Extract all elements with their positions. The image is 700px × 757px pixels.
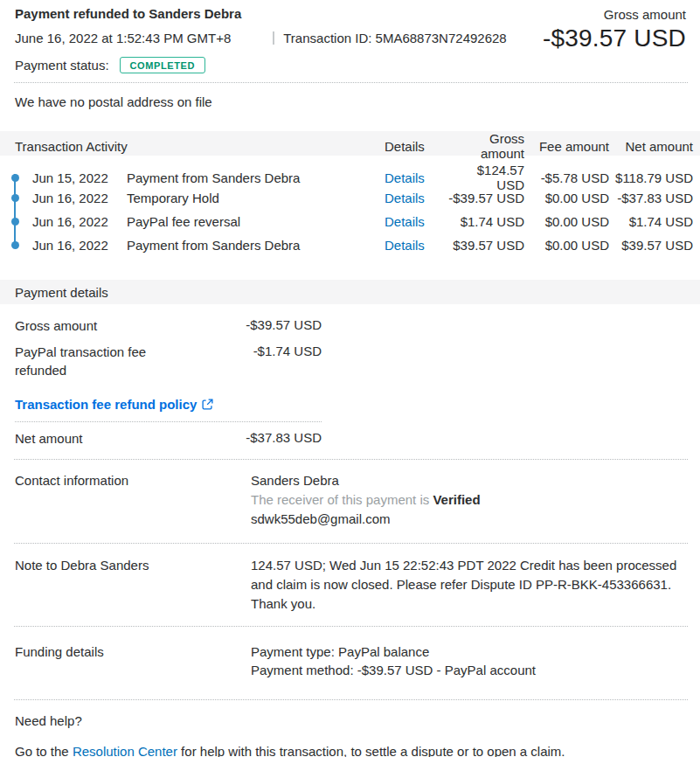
payment-status-label: Payment status: <box>15 58 109 73</box>
contact-section: Contact information Sanders Debra The re… <box>0 471 700 528</box>
table-row: Jun 16, 2022 Temporary Hold Details -$39… <box>0 186 700 210</box>
row-date: Jun 16, 2022 <box>32 214 127 229</box>
note-text: 124.57 USD; Wed Jun 15 22:52:43 PDT 2022… <box>251 556 686 613</box>
row-gross: $1.74 USD <box>446 214 524 229</box>
row-fee: -$5.78 USD <box>524 170 609 185</box>
need-help-title: Need help? <box>0 700 700 728</box>
gross-label: Gross amount <box>15 317 97 335</box>
table-row: Jun 16, 2022 Payment from Sanders Debra … <box>0 233 700 257</box>
row-net: $1.74 USD <box>609 214 693 229</box>
help-pre: Go to the <box>15 744 73 757</box>
row-description: PayPal fee reversal <box>127 214 385 229</box>
row-gross: $124.57 USD <box>446 163 524 192</box>
row-fee: $0.00 USD <box>524 214 609 229</box>
header-left: Payment refunded to Sanders Debra June 1… <box>15 6 507 73</box>
funding-label: Funding details <box>15 642 251 681</box>
column-header-gross: Gross amount <box>446 131 524 161</box>
row-date: Jun 16, 2022 <box>32 238 127 253</box>
row-description: Temporary Hold <box>127 191 385 205</box>
help-text: Go to the Resolution Center for help wit… <box>0 728 700 757</box>
funding-values: Payment type: PayPal balance Payment met… <box>251 642 686 681</box>
header-right: Gross amount -$39.57 USD <box>543 6 686 73</box>
row-description: Payment from Sanders Debra <box>127 170 385 185</box>
status-badge: COMPLETED <box>120 57 205 73</box>
help-post: for help with this transaction, to settl… <box>177 744 565 757</box>
row-fee: $0.00 USD <box>524 191 609 205</box>
page-title: Payment refunded to Sanders Debra <box>15 6 507 21</box>
receiver-line: The receiver of this payment is Verified <box>251 490 686 510</box>
gross-amount-label: Gross amount <box>543 7 686 22</box>
payment-details-header: Payment details <box>0 280 700 304</box>
timeline-dot <box>11 174 19 182</box>
contact-name: Sanders Debra <box>251 471 686 490</box>
table-row: Jun 15, 2022 Payment from Sanders Debra … <box>0 163 700 186</box>
external-link-icon <box>202 399 213 410</box>
vertical-divider <box>273 31 274 45</box>
timeline-line <box>14 174 16 245</box>
timeline-dot <box>11 241 19 249</box>
table-row: Jun 16, 2022 PayPal fee reversal Details… <box>0 210 700 233</box>
fee-label: PayPal transaction fee refunded <box>15 344 172 379</box>
net-value: -$37.83 USD <box>246 430 322 448</box>
net-label: Net amount <box>15 430 83 448</box>
row-date: Jun 16, 2022 <box>32 191 127 205</box>
details-link[interactable]: Details <box>385 238 446 253</box>
row-net: $118.79 USD <box>609 170 693 185</box>
postal-address-note: We have no postal address on file <box>0 83 700 131</box>
fee-refund-policy-link[interactable]: Transaction fee refund policy <box>15 397 213 412</box>
divider <box>14 626 688 627</box>
receiver-text: The receiver of this payment is <box>251 492 433 507</box>
divider <box>14 459 688 460</box>
activity-title: Transaction Activity <box>0 139 385 154</box>
transaction-date: June 16, 2022 at 1:52:43 PM GMT+8 <box>15 31 231 45</box>
row-net: $39.57 USD <box>609 238 693 253</box>
contact-label: Contact information <box>15 471 251 528</box>
note-section: Note to Debra Sanders 124.57 USD; Wed Ju… <box>0 556 700 613</box>
note-label: Note to Debra Sanders <box>15 556 251 613</box>
resolution-center-link[interactable]: Resolution Center <box>73 744 177 757</box>
fee-refunded-row: PayPal transaction fee refunded -$1.74 U… <box>0 344 322 379</box>
funding-section: Funding details Payment type: PayPal bal… <box>0 642 700 681</box>
gross-amount-value: -$39.57 USD <box>543 24 686 52</box>
details-link[interactable]: Details <box>385 214 446 229</box>
contact-values: Sanders Debra The receiver of this payme… <box>251 471 686 528</box>
header: Payment refunded to Sanders Debra June 1… <box>0 0 700 82</box>
row-fee: $0.00 USD <box>524 238 609 253</box>
timeline-dot <box>11 218 19 226</box>
details-link[interactable]: Details <box>385 170 446 185</box>
column-header-fee: Fee amount <box>524 139 609 154</box>
contact-email: sdwk55deb@gmail.com <box>251 510 686 529</box>
activity-rows: Jun 15, 2022 Payment from Sanders Debra … <box>0 163 700 257</box>
fee-value: -$1.74 USD <box>253 344 322 379</box>
transaction-id: Transaction ID: 5MA68873N72492628 <box>283 31 506 45</box>
gross-value: -$39.57 USD <box>246 317 322 335</box>
timeline-dot <box>11 194 19 202</box>
details-link[interactable]: Details <box>385 191 446 205</box>
divider <box>15 421 322 422</box>
row-description: Payment from Sanders Debra <box>127 238 385 253</box>
divider <box>14 543 688 544</box>
date-line: June 16, 2022 at 1:52:43 PM GMT+8 Transa… <box>15 31 507 45</box>
net-amount-row: Net amount -$37.83 USD <box>0 430 322 448</box>
receiver-status: Verified <box>433 492 480 507</box>
row-net: -$37.83 USD <box>609 191 693 205</box>
payment-type: Payment type: PayPal balance <box>251 642 686 662</box>
gross-amount-row: Gross amount -$39.57 USD <box>0 317 322 335</box>
row-gross: $39.57 USD <box>446 238 524 253</box>
fee-refund-policy-label: Transaction fee refund policy <box>15 397 197 412</box>
payment-details-title: Payment details <box>15 285 108 300</box>
row-date: Jun 15, 2022 <box>32 170 127 185</box>
column-header-net: Net amount <box>609 139 693 154</box>
status-line: Payment status: COMPLETED <box>15 57 507 73</box>
column-header-details: Details <box>385 139 446 154</box>
transaction-detail-page: Payment refunded to Sanders Debra June 1… <box>0 0 700 757</box>
activity-table-header: Transaction Activity Details Gross amoun… <box>0 131 700 156</box>
row-gross: -$39.57 USD <box>446 191 524 205</box>
payment-method: Payment method: -$39.57 USD - PayPal acc… <box>251 661 686 680</box>
